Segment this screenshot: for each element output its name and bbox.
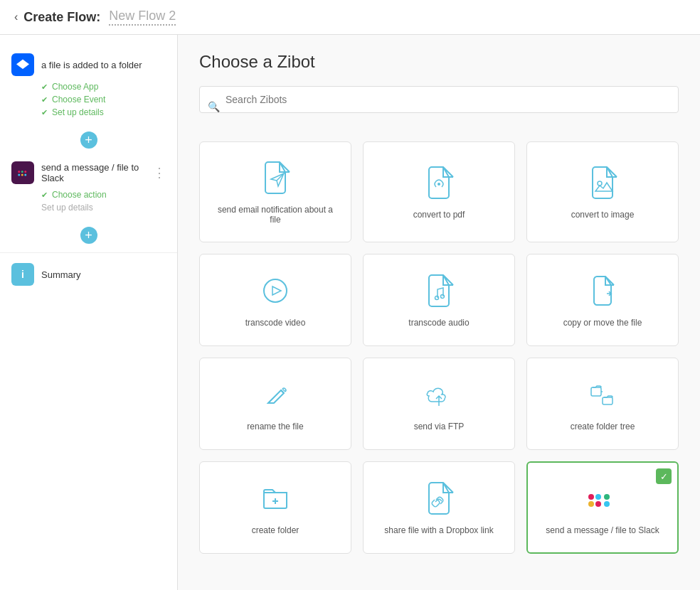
step1-items: ✔ Choose App ✔ Choose Event ✔ Set up det… <box>11 80 166 119</box>
svg-rect-14 <box>604 494 610 500</box>
step1-item-3: ✔ Set up details <box>41 106 166 119</box>
sidebar-step-summary: i Summary <box>0 256 177 297</box>
zibot-card-create-folder[interactable]: create folder <box>199 461 351 554</box>
zibot-card-transcode-video[interactable]: transcode video <box>199 254 351 346</box>
zibot-icon-pdf <box>420 164 457 201</box>
zibot-card-transcode-audio[interactable]: transcode audio <box>363 254 515 346</box>
search-wrapper: 🔍 <box>199 86 679 127</box>
sidebar-divider <box>0 252 177 253</box>
step1-item-label-3: Set up details <box>52 107 104 117</box>
svg-rect-4 <box>24 171 26 173</box>
step2-menu[interactable]: ⋮ <box>153 165 166 181</box>
zibot-label-transcode-video: transcode video <box>245 318 306 328</box>
zibot-icon-folder-tree <box>584 376 621 413</box>
flow-name-title[interactable]: New Flow 2 <box>109 9 176 26</box>
step1-item-label-1: Choose App <box>52 82 98 92</box>
page-title: Choose a Zibot <box>199 52 679 72</box>
zibot-card-convert-image[interactable]: convert to image <box>526 141 679 242</box>
svg-rect-15 <box>588 501 594 507</box>
svg-rect-3 <box>21 174 23 176</box>
zibot-card-ftp[interactable]: send via FTP <box>363 358 515 450</box>
main-layout: a file is added to a folder ✔ Choose App… <box>0 35 700 590</box>
zibot-label-transcode-audio: transcode audio <box>408 318 469 328</box>
zibot-icon-image <box>584 164 621 201</box>
step-icon-slack <box>11 161 34 184</box>
step1-item-label-2: Choose Event <box>52 95 105 104</box>
svg-rect-5 <box>24 174 26 176</box>
search-input[interactable] <box>199 86 679 113</box>
step3-title: Summary <box>41 269 166 280</box>
zibot-card-send-email[interactable]: send email notification about a file <box>199 141 351 242</box>
zibot-card-copy-move[interactable]: copy or move the file <box>526 254 679 346</box>
svg-rect-17 <box>604 501 610 507</box>
add-step-2: + <box>0 221 177 250</box>
zibot-label-convert-pdf: convert to pdf <box>413 210 465 220</box>
content-area: Choose a Zibot 🔍 <box>178 35 700 590</box>
zibot-icon-create-folder <box>257 480 294 517</box>
zibot-card-dropbox-link[interactable]: share file with a Dropbox link <box>363 461 515 554</box>
add-step-button-2[interactable]: + <box>80 227 97 244</box>
sidebar-step-action: send a message / file to Slack ⋮ ✔ Choos… <box>0 154 177 221</box>
zibot-label-folder-tree: create folder tree <box>571 422 635 431</box>
step-icon-info: i <box>11 263 34 286</box>
zibot-grid: send email notification about a file co <box>199 141 679 554</box>
step1-title: a file is added to a folder <box>41 60 166 70</box>
zibot-icon-video <box>257 272 294 309</box>
step1-item-1: ✔ Choose App <box>41 80 166 93</box>
svg-rect-0 <box>18 171 20 173</box>
zibot-icon-audio <box>420 272 457 309</box>
zibot-label-slack: send a message / file to Slack <box>546 525 659 535</box>
svg-rect-12 <box>588 494 594 500</box>
check-icon-2: ✔ <box>41 95 48 104</box>
info-symbol: i <box>21 269 24 280</box>
back-button[interactable]: ‹ <box>14 11 18 23</box>
step1-item-2: ✔ Choose Event <box>41 93 166 106</box>
add-step-1: + <box>0 126 177 154</box>
zibot-label-create-folder: create folder <box>252 525 299 535</box>
zibot-icon-link <box>420 480 457 517</box>
zibot-icon-email <box>257 159 294 196</box>
step2-item-label-2: Set up details <box>41 203 93 213</box>
selected-badge: ✓ <box>656 468 672 484</box>
check-icon-1: ✔ <box>41 82 48 92</box>
step2-item-label-1: Choose action <box>52 190 107 200</box>
zibot-icon-slack <box>584 480 621 517</box>
zibot-label-dropbox-link: share file with a Dropbox link <box>384 525 493 535</box>
search-icon: 🔍 <box>208 101 220 112</box>
svg-point-6 <box>438 183 440 186</box>
header: ‹ Create Flow: New Flow 2 <box>0 0 700 35</box>
app-container: ‹ Create Flow: New Flow 2 a file is adde… <box>0 0 700 590</box>
zibot-label-copy-move: copy or move the file <box>563 318 642 328</box>
zibot-label-send-email: send email notification about a file <box>211 205 339 225</box>
step-icon-dropbox <box>11 53 34 76</box>
step2-title: send a message / file to Slack <box>41 162 146 183</box>
zibot-icon-rename <box>257 376 294 413</box>
zibot-icon-copy <box>584 272 621 309</box>
svg-marker-9 <box>272 286 281 295</box>
zibot-label-ftp: send via FTP <box>414 422 465 431</box>
zibot-icon-ftp <box>420 376 457 413</box>
svg-point-11 <box>441 295 445 299</box>
sidebar: a file is added to a folder ✔ Choose App… <box>0 35 178 590</box>
zibot-card-slack[interactable]: ✓ send a message / file to Slack <box>526 461 679 554</box>
zibot-card-convert-pdf[interactable]: convert to pdf <box>363 141 515 242</box>
check-icon-3: ✔ <box>41 108 48 117</box>
zibot-label-rename: rename the file <box>247 422 303 431</box>
check-icon-4: ✔ <box>41 191 48 200</box>
step2-items: ✔ Choose action Set up details <box>11 188 166 214</box>
zibot-label-convert-image: convert to image <box>571 210 635 220</box>
sidebar-step-trigger: a file is added to a folder ✔ Choose App… <box>0 46 177 126</box>
step2-item-1: ✔ Choose action <box>41 188 166 201</box>
header-title-static: Create Flow: <box>23 10 100 25</box>
svg-rect-16 <box>595 501 601 507</box>
svg-point-10 <box>435 296 439 300</box>
add-step-button-1[interactable]: + <box>80 132 97 149</box>
svg-rect-2 <box>21 171 23 173</box>
svg-rect-13 <box>595 494 601 500</box>
zibot-card-folder-tree[interactable]: create folder tree <box>526 358 679 450</box>
step2-item-2: Set up details <box>41 201 166 214</box>
svg-rect-1 <box>18 174 20 176</box>
svg-point-8 <box>264 279 287 302</box>
zibot-card-rename[interactable]: rename the file <box>199 358 351 450</box>
